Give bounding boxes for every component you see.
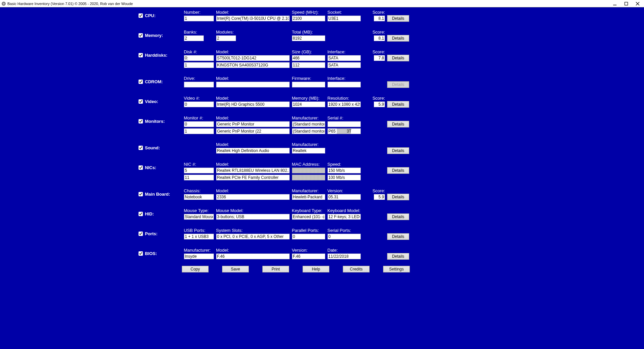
- monitor-num-input-1[interactable]: [184, 128, 214, 134]
- video-model-input[interactable]: [216, 101, 290, 107]
- nic-speed-input-0[interactable]: [327, 167, 361, 173]
- cpu-number-input[interactable]: [184, 15, 214, 21]
- cpu-checkbox[interactable]: [139, 13, 143, 18]
- bios-version-input[interactable]: [292, 253, 325, 259]
- sound-checkbox[interactable]: [139, 146, 143, 150]
- nic-mac-input-1[interactable]: [292, 174, 325, 181]
- ports-checkbox[interactable]: [139, 232, 143, 236]
- mb-score-input[interactable]: [374, 194, 385, 200]
- hdd-checkbox[interactable]: [139, 53, 143, 57]
- hdd-model-input-0[interactable]: [216, 55, 290, 61]
- hdd-interface-input-1[interactable]: [327, 62, 361, 68]
- hdd-size-input-1[interactable]: [292, 62, 325, 68]
- cpu-socket-input[interactable]: [327, 15, 361, 21]
- nic-num-input-0[interactable]: [184, 167, 214, 173]
- memory-modules-input[interactable]: [216, 35, 236, 41]
- maximize-icon[interactable]: [624, 1, 629, 6]
- print-button[interactable]: Print: [262, 266, 289, 272]
- hid-mousetype-input[interactable]: [184, 214, 214, 220]
- bios-checkbox[interactable]: [139, 251, 143, 256]
- video-score-input[interactable]: [374, 101, 385, 107]
- monitor-num-input-0[interactable]: [184, 121, 214, 127]
- bios-date-input[interactable]: [327, 253, 361, 259]
- video-resolution-input[interactable]: [327, 101, 361, 107]
- cdrom-checkbox[interactable]: [139, 80, 143, 84]
- hid-kbtype-input[interactable]: [292, 214, 325, 220]
- bios-details-button[interactable]: Details: [387, 253, 409, 260]
- cpu-model-input[interactable]: [216, 15, 290, 21]
- monitor-model-input-1[interactable]: [216, 128, 290, 134]
- monitors-details-button[interactable]: Details: [387, 121, 409, 128]
- hid-mousemodel-input[interactable]: [216, 214, 290, 220]
- mb-model-input[interactable]: [216, 194, 290, 200]
- close-icon[interactable]: [635, 1, 640, 6]
- settings-button[interactable]: Settings: [383, 266, 410, 272]
- hid-kbmodel-input[interactable]: [327, 214, 361, 220]
- hdd-details-button[interactable]: Details: [387, 55, 409, 61]
- cpu-speed-input[interactable]: [292, 15, 325, 21]
- hid-details-button[interactable]: Details: [387, 213, 409, 220]
- monitor-model-input-0[interactable]: [216, 121, 290, 127]
- nics-checkbox[interactable]: [139, 165, 143, 170]
- cpu-score-input[interactable]: [374, 15, 385, 21]
- ports-details-button[interactable]: Details: [387, 233, 409, 240]
- nic-model-input-1[interactable]: [216, 174, 290, 181]
- memory-checkbox[interactable]: [139, 33, 143, 38]
- cdrom-firmware-input[interactable]: [292, 82, 325, 88]
- credits-button[interactable]: Credits: [343, 266, 370, 272]
- mb-version-input[interactable]: [327, 194, 361, 200]
- nics-details-button[interactable]: Details: [387, 167, 409, 174]
- save-button[interactable]: Save: [222, 266, 249, 272]
- sound-model-input[interactable]: [216, 148, 290, 154]
- sound-manufacturer-label: Manufacturer:: [292, 142, 325, 147]
- monitor-manufacturer-input-1[interactable]: [292, 128, 325, 134]
- monitors-checkbox[interactable]: [139, 119, 143, 123]
- nic-num-input-1[interactable]: [184, 174, 214, 181]
- ports-serial-input[interactable]: [327, 234, 361, 240]
- nic-mac-input-0[interactable]: [292, 167, 325, 173]
- hdd-disk-input-0[interactable]: [184, 55, 214, 61]
- ports-slots-input[interactable]: [216, 234, 290, 240]
- monitor-serial-input-0[interactable]: [327, 121, 361, 127]
- video-num-input[interactable]: [184, 101, 214, 107]
- hid-checkbox[interactable]: [139, 212, 143, 216]
- ports-usb-input[interactable]: [184, 234, 214, 240]
- bios-model-input[interactable]: [216, 253, 290, 259]
- monitor-serial-input-1[interactable]: [327, 128, 361, 134]
- monitor-manufacturer-input-0[interactable]: [292, 121, 325, 127]
- nic-mac-label: MAC Address:: [292, 162, 325, 167]
- nic-num-label: NIC #:: [184, 162, 214, 167]
- cpu-details-button[interactable]: Details: [387, 15, 409, 22]
- memory-details-button[interactable]: Details: [387, 35, 409, 42]
- memory-total-input[interactable]: [292, 35, 325, 41]
- help-button[interactable]: Help: [303, 266, 329, 272]
- nic-model-input-0[interactable]: [216, 167, 290, 173]
- cdrom-interface-input[interactable]: [327, 82, 361, 88]
- hdd-size-input-0[interactable]: [292, 55, 325, 61]
- hdd-disk-input-1[interactable]: [184, 62, 214, 68]
- cdrom-drive-input[interactable]: [184, 82, 214, 88]
- hdd-score-input[interactable]: [374, 55, 385, 61]
- cdrom-model-input[interactable]: [216, 82, 290, 88]
- cpu-score-label: Score:: [372, 10, 385, 15]
- hdd-interface-input-0[interactable]: [327, 55, 361, 61]
- mainboard-checkbox[interactable]: [139, 192, 143, 196]
- video-checkbox[interactable]: [139, 99, 143, 104]
- cpu-number-label: Number:: [184, 10, 214, 15]
- nic-speed-input-1[interactable]: [327, 174, 361, 181]
- mb-chassis-input[interactable]: [184, 194, 214, 200]
- mainboard-details-button[interactable]: Details: [387, 194, 409, 200]
- video-details-button[interactable]: Details: [387, 101, 409, 108]
- memory-score-label: Score:: [372, 30, 385, 35]
- copy-button[interactable]: Copy: [182, 266, 209, 272]
- minimize-icon[interactable]: [612, 1, 617, 6]
- hdd-model-input-1[interactable]: [216, 62, 290, 68]
- sound-manufacturer-input[interactable]: [292, 148, 325, 154]
- video-memory-input[interactable]: [292, 101, 325, 107]
- mb-manufacturer-input[interactable]: [292, 194, 325, 200]
- sound-details-button[interactable]: Details: [387, 147, 409, 154]
- ports-parallel-input[interactable]: [292, 234, 325, 240]
- bios-manufacturer-input[interactable]: [184, 253, 214, 259]
- memory-banks-input[interactable]: [184, 35, 204, 41]
- memory-score-input[interactable]: [374, 35, 385, 41]
